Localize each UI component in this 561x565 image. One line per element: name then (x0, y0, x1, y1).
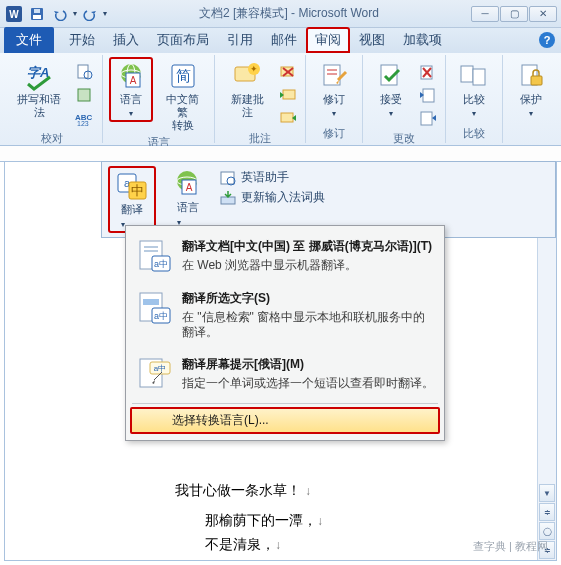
ribbon-tabs: 文件 开始 插入 页面布局 引用 邮件 审阅 视图 加载项 ? (0, 28, 561, 53)
tab-view[interactable]: 视图 (350, 27, 394, 53)
track-changes-button[interactable]: 修订▾ (312, 57, 356, 121)
doc-line-2: 那榆荫下的一潭，↓ (205, 512, 323, 530)
group-changes: 接受▾ 更改 (363, 55, 446, 143)
english-assistant-label: 英语助手 (241, 169, 289, 186)
english-assistant-button[interactable]: 英语助手 (220, 169, 325, 186)
cn-convert-label: 中文简繁 转换 (162, 92, 203, 132)
svg-text:W: W (9, 9, 19, 20)
globe-sub-icon: A (172, 168, 204, 200)
svg-rect-52 (144, 250, 158, 252)
globe-icon: A (115, 60, 147, 92)
svg-text:A: A (186, 182, 193, 193)
svg-text:A: A (130, 75, 137, 86)
tab-mailings[interactable]: 邮件 (262, 27, 306, 53)
translate-screentip-title: 翻译屏幕提示[俄语](M) (182, 356, 434, 373)
translate-document-title: 翻译文档[中文(中国) 至 挪威语(博克马尔语)](T) (182, 238, 434, 255)
tab-addins[interactable]: 加载项 (394, 27, 451, 53)
update-ime-label: 更新输入法词典 (241, 189, 325, 206)
tab-home[interactable]: 开始 (60, 27, 104, 53)
protect-icon (515, 60, 547, 92)
language-sub-button[interactable]: A 语言▾ (166, 166, 210, 229)
help-icon[interactable]: ? (539, 32, 555, 48)
spelling-icon: 字A (23, 60, 55, 92)
reject-icon[interactable] (417, 61, 439, 83)
svg-rect-25 (281, 113, 293, 122)
new-comment-button[interactable]: ✦ 新建批注 (221, 57, 273, 120)
prev-page-icon[interactable]: ≑ (539, 503, 555, 521)
language-button[interactable]: A 语言▾ (109, 57, 153, 122)
tab-layout[interactable]: 页面布局 (148, 27, 218, 53)
translate-screentip-item[interactable]: a中 翻译屏幕提示[俄语](M) 指定一个单词或选择一个短语以查看即时翻译。 (128, 348, 442, 400)
group-proofing-label: 校对 (41, 129, 63, 146)
translate-button[interactable]: a中 翻译▾ (108, 166, 156, 233)
track-label: 修订▾ (323, 92, 345, 120)
svg-rect-24 (283, 90, 295, 99)
group-protect-label (529, 127, 532, 141)
save-icon[interactable] (27, 4, 47, 24)
svg-rect-51 (144, 246, 158, 248)
translate-document-item[interactable]: a中 翻译文档[中文(中国) 至 挪威语(博克马尔语)](T) 在 Web 浏览… (128, 230, 442, 282)
spelling-label: 拼写和语法 (13, 92, 65, 119)
compare-label: 比较▾ (463, 92, 485, 120)
watermark: 查字典 | 教程网 (473, 539, 548, 554)
compare-icon (458, 60, 490, 92)
tab-insert[interactable]: 插入 (104, 27, 148, 53)
undo-dropdown-icon[interactable]: ▾ (73, 9, 77, 18)
research-icon[interactable] (74, 61, 96, 83)
undo-icon[interactable] (50, 4, 70, 24)
accept-button[interactable]: 接受▾ (369, 57, 413, 121)
prev-change-icon[interactable] (417, 84, 439, 106)
quick-access-toolbar: W ▾ ▾ (4, 4, 107, 24)
svg-rect-34 (421, 112, 432, 125)
svg-text:简: 简 (175, 67, 190, 84)
close-button[interactable]: ✕ (529, 6, 557, 22)
scroll-down-icon[interactable]: ▼ (539, 484, 555, 502)
cn-convert-icon: 简 (167, 60, 199, 92)
doc-line-3: 不是清泉，↓ (205, 536, 281, 554)
translate-selection-title: 翻译所选文字(S) (182, 290, 434, 307)
browse-object-icon[interactable]: ◯ (539, 522, 555, 540)
svg-rect-33 (423, 89, 434, 102)
thesaurus-icon[interactable] (74, 84, 96, 106)
compare-button[interactable]: 比较▾ (452, 57, 496, 121)
group-proofing: 字A 拼写和语法 ABC123 校对 (2, 55, 103, 143)
svg-text:a中: a中 (154, 259, 168, 269)
next-comment-icon[interactable] (277, 107, 299, 129)
new-comment-icon: ✦ (231, 60, 263, 92)
svg-rect-4 (34, 9, 40, 13)
group-compare: 比较▾ 比较 (446, 55, 503, 143)
wordcount-icon[interactable]: ABC123 (74, 107, 96, 129)
update-ime-icon (220, 190, 236, 206)
group-comments: ✦ 新建批注 批注 (215, 55, 306, 143)
tab-review[interactable]: 审阅 (306, 27, 350, 53)
new-comment-label: 新建批注 (226, 92, 268, 119)
svg-rect-56 (143, 299, 159, 305)
accept-icon (375, 60, 407, 92)
svg-rect-8 (78, 89, 90, 101)
svg-text:a中: a中 (154, 311, 168, 321)
next-change-icon[interactable] (417, 107, 439, 129)
protect-label: 保护▾ (520, 92, 542, 120)
spelling-button[interactable]: 字A 拼写和语法 (8, 57, 70, 120)
tab-references[interactable]: 引用 (218, 27, 262, 53)
delete-comment-icon[interactable] (277, 61, 299, 83)
translate-selection-item[interactable]: a中 翻译所选文字(S) 在 "信息检索" 窗格中显示本地和联机服务中的翻译。 (128, 282, 442, 348)
maximize-button[interactable]: ▢ (500, 6, 528, 22)
english-assistant-icon (220, 170, 236, 186)
chinese-conversion-button[interactable]: 简 中文简繁 转换 (157, 57, 208, 133)
tab-file[interactable]: 文件 (4, 27, 54, 53)
update-ime-button[interactable]: 更新输入法词典 (220, 189, 325, 206)
protect-button[interactable]: 保护▾ (509, 57, 553, 121)
word-icon[interactable]: W (4, 4, 24, 24)
redo-icon[interactable] (80, 4, 100, 24)
window-controls: ─ ▢ ✕ (471, 6, 557, 22)
language-sub-label: 语言▾ (177, 200, 199, 227)
svg-text:字A: 字A (27, 65, 49, 80)
group-comments-label: 批注 (249, 129, 271, 146)
translate-screentip-desc: 指定一个单词或选择一个短语以查看即时翻译。 (182, 376, 434, 391)
prev-comment-icon[interactable] (277, 84, 299, 106)
translate-document-icon: a中 (136, 238, 172, 274)
choose-language-item[interactable]: 选择转换语言(L)... (130, 407, 440, 434)
minimize-button[interactable]: ─ (471, 6, 499, 22)
translate-dropdown: a中 翻译文档[中文(中国) 至 挪威语(博克马尔语)](T) 在 Web 浏览… (125, 225, 445, 441)
